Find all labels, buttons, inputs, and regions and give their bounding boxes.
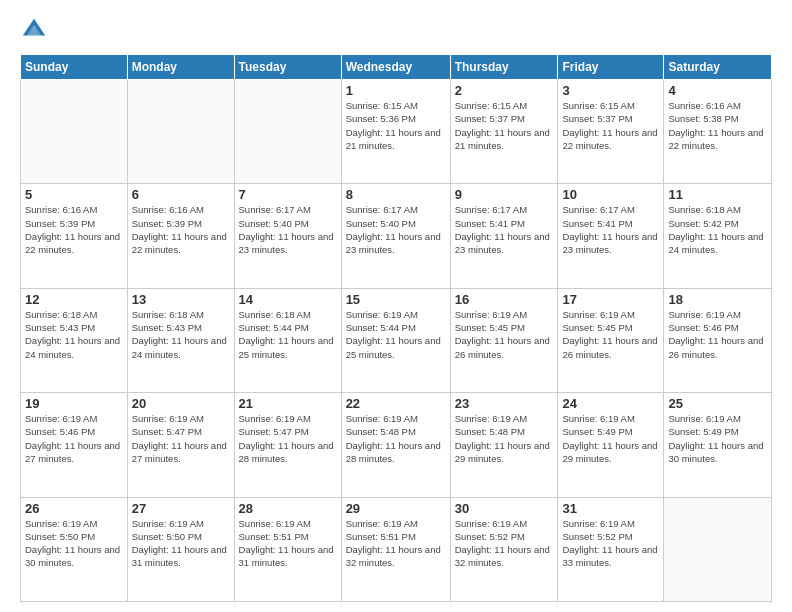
day-number: 22: [346, 396, 446, 411]
day-number: 25: [668, 396, 767, 411]
day-cell: 14Sunrise: 6:18 AM Sunset: 5:44 PM Dayli…: [234, 288, 341, 392]
day-info: Sunrise: 6:17 AM Sunset: 5:40 PM Dayligh…: [239, 203, 337, 256]
day-info: Sunrise: 6:18 AM Sunset: 5:43 PM Dayligh…: [25, 308, 123, 361]
day-number: 24: [562, 396, 659, 411]
day-info: Sunrise: 6:19 AM Sunset: 5:49 PM Dayligh…: [668, 412, 767, 465]
day-info: Sunrise: 6:16 AM Sunset: 5:39 PM Dayligh…: [132, 203, 230, 256]
day-cell: 1Sunrise: 6:15 AM Sunset: 5:36 PM Daylig…: [341, 80, 450, 184]
day-info: Sunrise: 6:19 AM Sunset: 5:48 PM Dayligh…: [455, 412, 554, 465]
week-row-2: 12Sunrise: 6:18 AM Sunset: 5:43 PM Dayli…: [21, 288, 772, 392]
day-number: 21: [239, 396, 337, 411]
day-cell: 22Sunrise: 6:19 AM Sunset: 5:48 PM Dayli…: [341, 393, 450, 497]
weekday-monday: Monday: [127, 55, 234, 80]
day-info: Sunrise: 6:19 AM Sunset: 5:44 PM Dayligh…: [346, 308, 446, 361]
day-cell: 11Sunrise: 6:18 AM Sunset: 5:42 PM Dayli…: [664, 184, 772, 288]
day-info: Sunrise: 6:17 AM Sunset: 5:40 PM Dayligh…: [346, 203, 446, 256]
day-number: 2: [455, 83, 554, 98]
calendar: SundayMondayTuesdayWednesdayThursdayFrid…: [20, 54, 772, 602]
day-cell: [234, 80, 341, 184]
day-info: Sunrise: 6:17 AM Sunset: 5:41 PM Dayligh…: [455, 203, 554, 256]
day-info: Sunrise: 6:15 AM Sunset: 5:37 PM Dayligh…: [562, 99, 659, 152]
header: [20, 16, 772, 44]
day-number: 31: [562, 501, 659, 516]
day-info: Sunrise: 6:19 AM Sunset: 5:46 PM Dayligh…: [25, 412, 123, 465]
day-info: Sunrise: 6:19 AM Sunset: 5:51 PM Dayligh…: [239, 517, 337, 570]
day-cell: 29Sunrise: 6:19 AM Sunset: 5:51 PM Dayli…: [341, 497, 450, 601]
day-number: 16: [455, 292, 554, 307]
day-number: 27: [132, 501, 230, 516]
day-cell: 17Sunrise: 6:19 AM Sunset: 5:45 PM Dayli…: [558, 288, 664, 392]
day-cell: 12Sunrise: 6:18 AM Sunset: 5:43 PM Dayli…: [21, 288, 128, 392]
day-info: Sunrise: 6:19 AM Sunset: 5:47 PM Dayligh…: [239, 412, 337, 465]
day-cell: 4Sunrise: 6:16 AM Sunset: 5:38 PM Daylig…: [664, 80, 772, 184]
weekday-thursday: Thursday: [450, 55, 558, 80]
day-info: Sunrise: 6:19 AM Sunset: 5:50 PM Dayligh…: [25, 517, 123, 570]
weekday-tuesday: Tuesday: [234, 55, 341, 80]
day-info: Sunrise: 6:15 AM Sunset: 5:37 PM Dayligh…: [455, 99, 554, 152]
day-cell: 30Sunrise: 6:19 AM Sunset: 5:52 PM Dayli…: [450, 497, 558, 601]
day-cell: 5Sunrise: 6:16 AM Sunset: 5:39 PM Daylig…: [21, 184, 128, 288]
day-number: 28: [239, 501, 337, 516]
weekday-friday: Friday: [558, 55, 664, 80]
weekday-header-row: SundayMondayTuesdayWednesdayThursdayFrid…: [21, 55, 772, 80]
day-cell: 28Sunrise: 6:19 AM Sunset: 5:51 PM Dayli…: [234, 497, 341, 601]
day-cell: 13Sunrise: 6:18 AM Sunset: 5:43 PM Dayli…: [127, 288, 234, 392]
day-cell: [127, 80, 234, 184]
day-cell: 3Sunrise: 6:15 AM Sunset: 5:37 PM Daylig…: [558, 80, 664, 184]
day-number: 20: [132, 396, 230, 411]
day-info: Sunrise: 6:17 AM Sunset: 5:41 PM Dayligh…: [562, 203, 659, 256]
day-number: 4: [668, 83, 767, 98]
day-cell: 6Sunrise: 6:16 AM Sunset: 5:39 PM Daylig…: [127, 184, 234, 288]
day-number: 14: [239, 292, 337, 307]
day-cell: [21, 80, 128, 184]
day-info: Sunrise: 6:19 AM Sunset: 5:48 PM Dayligh…: [346, 412, 446, 465]
week-row-0: 1Sunrise: 6:15 AM Sunset: 5:36 PM Daylig…: [21, 80, 772, 184]
day-number: 6: [132, 187, 230, 202]
day-cell: 23Sunrise: 6:19 AM Sunset: 5:48 PM Dayli…: [450, 393, 558, 497]
day-cell: [664, 497, 772, 601]
day-number: 1: [346, 83, 446, 98]
day-info: Sunrise: 6:16 AM Sunset: 5:38 PM Dayligh…: [668, 99, 767, 152]
day-info: Sunrise: 6:19 AM Sunset: 5:52 PM Dayligh…: [455, 517, 554, 570]
day-cell: 19Sunrise: 6:19 AM Sunset: 5:46 PM Dayli…: [21, 393, 128, 497]
day-cell: 20Sunrise: 6:19 AM Sunset: 5:47 PM Dayli…: [127, 393, 234, 497]
day-cell: 21Sunrise: 6:19 AM Sunset: 5:47 PM Dayli…: [234, 393, 341, 497]
day-number: 23: [455, 396, 554, 411]
day-cell: 15Sunrise: 6:19 AM Sunset: 5:44 PM Dayli…: [341, 288, 450, 392]
day-cell: 9Sunrise: 6:17 AM Sunset: 5:41 PM Daylig…: [450, 184, 558, 288]
day-number: 26: [25, 501, 123, 516]
day-info: Sunrise: 6:18 AM Sunset: 5:42 PM Dayligh…: [668, 203, 767, 256]
logo-icon: [20, 16, 48, 44]
day-cell: 25Sunrise: 6:19 AM Sunset: 5:49 PM Dayli…: [664, 393, 772, 497]
day-number: 10: [562, 187, 659, 202]
day-info: Sunrise: 6:16 AM Sunset: 5:39 PM Dayligh…: [25, 203, 123, 256]
weekday-saturday: Saturday: [664, 55, 772, 80]
day-info: Sunrise: 6:19 AM Sunset: 5:45 PM Dayligh…: [562, 308, 659, 361]
day-number: 11: [668, 187, 767, 202]
day-info: Sunrise: 6:19 AM Sunset: 5:49 PM Dayligh…: [562, 412, 659, 465]
weekday-sunday: Sunday: [21, 55, 128, 80]
day-info: Sunrise: 6:19 AM Sunset: 5:46 PM Dayligh…: [668, 308, 767, 361]
day-cell: 24Sunrise: 6:19 AM Sunset: 5:49 PM Dayli…: [558, 393, 664, 497]
day-number: 19: [25, 396, 123, 411]
day-number: 30: [455, 501, 554, 516]
week-row-3: 19Sunrise: 6:19 AM Sunset: 5:46 PM Dayli…: [21, 393, 772, 497]
day-cell: 10Sunrise: 6:17 AM Sunset: 5:41 PM Dayli…: [558, 184, 664, 288]
day-number: 13: [132, 292, 230, 307]
day-cell: 16Sunrise: 6:19 AM Sunset: 5:45 PM Dayli…: [450, 288, 558, 392]
day-number: 29: [346, 501, 446, 516]
day-number: 17: [562, 292, 659, 307]
day-info: Sunrise: 6:19 AM Sunset: 5:50 PM Dayligh…: [132, 517, 230, 570]
day-info: Sunrise: 6:18 AM Sunset: 5:43 PM Dayligh…: [132, 308, 230, 361]
day-info: Sunrise: 6:19 AM Sunset: 5:45 PM Dayligh…: [455, 308, 554, 361]
week-row-4: 26Sunrise: 6:19 AM Sunset: 5:50 PM Dayli…: [21, 497, 772, 601]
logo: [20, 16, 52, 44]
page: SundayMondayTuesdayWednesdayThursdayFrid…: [0, 0, 792, 612]
day-cell: 26Sunrise: 6:19 AM Sunset: 5:50 PM Dayli…: [21, 497, 128, 601]
week-row-1: 5Sunrise: 6:16 AM Sunset: 5:39 PM Daylig…: [21, 184, 772, 288]
day-info: Sunrise: 6:18 AM Sunset: 5:44 PM Dayligh…: [239, 308, 337, 361]
day-cell: 31Sunrise: 6:19 AM Sunset: 5:52 PM Dayli…: [558, 497, 664, 601]
day-number: 18: [668, 292, 767, 307]
day-number: 3: [562, 83, 659, 98]
day-cell: 2Sunrise: 6:15 AM Sunset: 5:37 PM Daylig…: [450, 80, 558, 184]
